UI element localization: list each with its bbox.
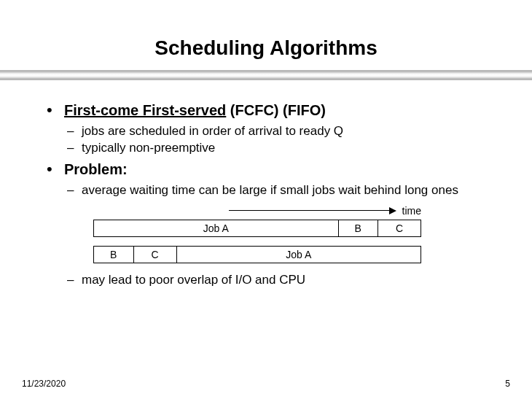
gantt-cell: Job A: [94, 220, 339, 236]
gantt-bar-2: B C Job A: [93, 246, 421, 263]
sub-bullet: may lead to poor overlap of I/O and CPU: [64, 272, 496, 289]
content-area: First-come First-served (FCFC) (FIFO) jo…: [0, 102, 532, 289]
bullet-fcfs: First-come First-served (FCFC) (FIFO) jo…: [44, 102, 496, 157]
bullet-fcfs-rest: (FCFC) (FIFO): [226, 102, 326, 118]
bullet-problem: Problem: average waiting time can be lar…: [44, 161, 496, 289]
time-label: time: [402, 205, 421, 217]
arrow-icon: [229, 207, 396, 214]
sub-bullet: typically non-preemptive: [64, 140, 496, 157]
bullet-problem-label: Problem:: [64, 161, 128, 177]
bullet-fcfs-underlined: First-come First-served: [64, 102, 226, 118]
gantt-bar-1: Job A B C: [93, 220, 421, 237]
gantt-diagram: time Job A B C B C Job A: [93, 205, 421, 263]
bullet-fcfs-label: First-come First-served (FCFC) (FIFO): [64, 102, 326, 118]
gantt-cell: C: [378, 220, 420, 236]
gantt-cell: B: [94, 247, 134, 263]
slide: Scheduling Algorithms First-come First-s…: [0, 0, 532, 399]
sub-bullet: average waiting time can be large if sma…: [64, 182, 496, 199]
gantt-cell: C: [134, 247, 177, 263]
time-axis: time: [93, 205, 421, 217]
divider-band: [0, 70, 532, 80]
footer-date: 11/23/2020: [22, 379, 66, 389]
slide-title: Scheduling Algorithms: [0, 36, 532, 60]
footer-page-number: 5: [505, 379, 510, 389]
sub-bullet: jobs are scheduled in order of arrival t…: [64, 123, 496, 140]
gantt-cell: Job A: [177, 247, 421, 263]
gantt-cell: B: [339, 220, 379, 236]
